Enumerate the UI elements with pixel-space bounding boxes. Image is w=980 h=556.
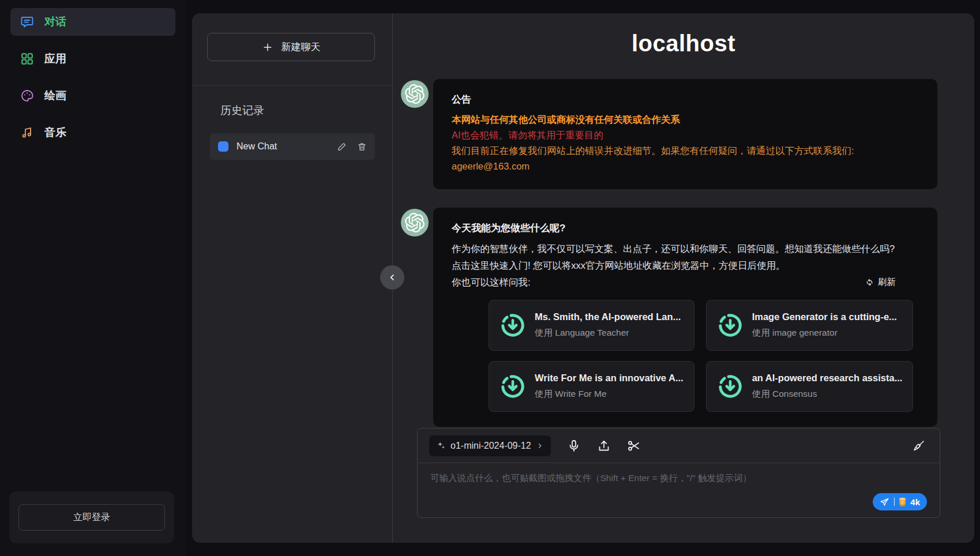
greeting-body: 作为你的智慧伙伴，我不仅可以写文案、出点子，还可以和你聊天、回答问题。想知道我还… [452,241,896,274]
paper-plane-icon [880,497,889,507]
sidebar-item-label: 应用 [44,51,66,66]
sparkle-icon [436,441,446,450]
message-input[interactable]: 可输入说点什么，也可贴截图或拖拽文件（Shift + Enter = 换行，"/… [418,463,940,517]
delete-icon[interactable] [357,142,367,152]
prompt-card[interactable]: Ms. Smith, the AI-powered Lan... 使用 Lang… [489,300,694,351]
sidebar-item-label: 绘画 [44,88,66,103]
login-card: 立即登录 [9,491,174,543]
prompt-use: 使用 image generator [752,327,897,339]
prompt-texts: Write For Me is an innovative A... 使用 Wr… [535,373,684,400]
prompt-use: 使用 Write For Me [535,388,684,400]
token-coin-icon [899,498,906,506]
message-announcement: 公告 本网站与任何其他公司或商标没有任何关联或合作关系 AI也会犯错。请勿将其用… [393,79,974,189]
microphone-icon[interactable] [567,439,581,453]
message-bubble: 今天我能为您做些什么呢? 作为你的智慧伙伴，我不仅可以写文案、出点子，还可以和你… [433,208,937,427]
pill-divider [894,498,895,506]
chat-bubble-icon [20,15,34,29]
history-chat-item[interactable]: New Chat [210,133,375,160]
apps-grid-icon [20,52,34,66]
announcement-heading: 公告 [452,92,920,107]
sidebar: 对话 应用 绘画 [0,0,186,556]
message-greeting: 今天我能为您做些什么呢? 作为你的智慧伙伴，我不仅可以写文案、出点子，还可以和你… [393,208,974,427]
prompt-card[interactable]: Write For Me is an innovative A... 使用 Wr… [489,361,694,412]
palette-icon [20,89,34,103]
announcement-line: AI也会犯错。请勿将其用于重要目的 [452,127,920,143]
openai-logo-icon [405,84,425,104]
history-panel: 新建聊天 历史记录 New Chat [192,13,392,543]
contact-email[interactable]: ageerle@163.com [452,159,920,174]
token-badge: 4k [910,498,920,506]
prompt-title: an AI-powered research assista... [752,373,903,384]
chat-color-square [218,141,228,152]
history-section-title: 历史记录 [220,103,392,118]
model-selector[interactable]: o1-mini-2024-09-12 [429,435,551,456]
scissors-icon[interactable] [627,439,641,453]
refresh-icon [865,277,874,287]
collapse-sidebar-button[interactable] [380,265,404,290]
assistant-avatar [401,80,429,108]
composer-toolbar: o1-mini-2024-09-12 [418,429,940,463]
sidebar-item-music[interactable]: 音乐 [10,119,175,146]
new-chat-button[interactable]: 新建聊天 [207,33,375,61]
prompt-title: Ms. Smith, the AI-powered Lan... [535,311,681,322]
refresh-button[interactable]: 刷新 [865,276,896,288]
sidebar-item-label: 对话 [44,14,66,29]
prompt-card[interactable]: an AI-powered research assista... 使用 Con… [706,361,914,412]
prompt-use: 使用 Consensus [752,388,903,400]
prompt-card[interactable]: Image Generator is a cutting-e... 使用 ima… [706,300,914,351]
page-title: localhost [393,29,974,57]
prompt-grid: Ms. Smith, the AI-powered Lan... 使用 Lang… [489,300,896,412]
refresh-label: 刷新 [878,276,896,288]
chevron-right-icon [536,442,544,450]
music-note-icon [20,126,34,140]
broom-clear-icon[interactable] [912,439,926,453]
history-divider [192,85,392,86]
prompt-texts: Image Generator is a cutting-e... 使用 ima… [752,311,897,339]
upload-icon[interactable] [597,439,611,453]
message-list: 公告 本网站与任何其他公司或商标没有任何关联或合作关系 AI也会犯错。请勿将其用… [393,79,974,445]
input-placeholder: 可输入说点什么，也可贴截图或拖拽文件（Shift + Enter = 换行，"/… [430,472,927,484]
new-chat-label: 新建聊天 [281,40,321,54]
assistant-avatar [401,209,429,236]
send-button[interactable]: 4k [873,493,927,510]
plus-icon [262,42,273,53]
message-bubble: 公告 本网站与任何其他公司或商标没有任何关联或合作关系 AI也会犯错。请勿将其用… [433,79,937,189]
download-circle-icon [500,373,526,400]
download-circle-icon [717,373,744,400]
ask-text: 你也可以这样问我: [452,274,531,291]
model-name: o1-mini-2024-09-12 [450,441,531,451]
download-circle-icon [500,312,526,339]
announcement-line: 本网站与任何其他公司或商标没有任何关联或合作关系 [452,112,920,127]
prompt-texts: an AI-powered research assista... 使用 Con… [752,373,903,400]
prompt-use: 使用 Language Teacher [535,327,681,339]
openai-logo-icon [405,213,425,232]
sidebar-item-paint[interactable]: 绘画 [10,82,175,110]
edit-icon[interactable] [337,142,347,152]
composer: o1-mini-2024-09-12 [417,428,940,518]
main-shell: 新建聊天 历史记录 New Chat [192,13,974,543]
login-button[interactable]: 立即登录 [18,504,165,531]
chat-area: localhost 公告 本网站与任何其他公司或商标没有任何关联或合作关系 AI… [393,13,974,543]
chevron-left-icon [387,272,397,283]
prompt-texts: Ms. Smith, the AI-powered Lan... 使用 Lang… [535,311,681,339]
prompt-title: Write For Me is an innovative A... [535,373,684,384]
greeting-heading: 今天我能为您做些什么呢? [452,220,920,236]
prompt-title: Image Generator is a cutting-e... [752,311,897,322]
announcement-line: 我们目前正在修复我们网站上的错误并改进细节。如果您有任何疑问，请通过以下方式联系… [452,143,920,159]
chat-item-title: New Chat [236,141,329,152]
sidebar-item-apps[interactable]: 应用 [10,45,175,73]
ask-row: 你也可以这样问我: 刷新 [452,274,896,291]
sidebar-item-label: 音乐 [44,125,66,140]
sidebar-item-chat[interactable]: 对话 [10,8,175,36]
download-circle-icon [717,312,744,339]
